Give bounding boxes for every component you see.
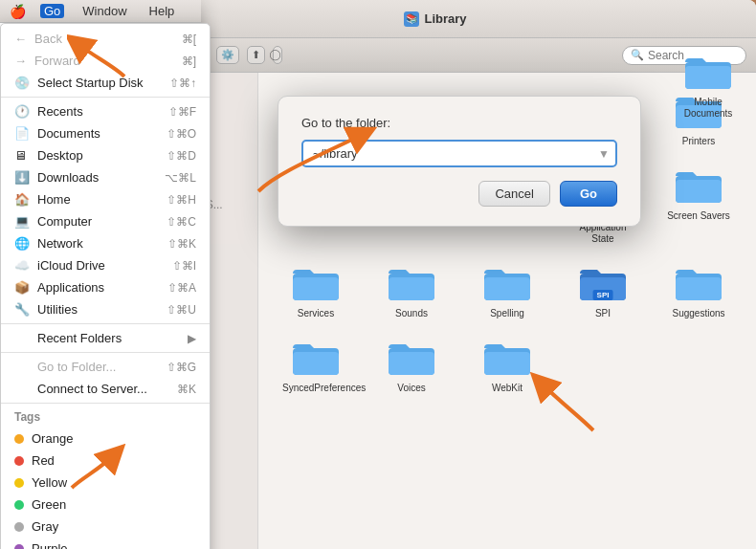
menu-item-label: Orange xyxy=(32,431,73,446)
menu-help[interactable]: Help xyxy=(145,4,179,18)
forward-icon: → xyxy=(14,54,27,68)
finder-titlebar: 📚 Library xyxy=(115,0,756,38)
home-icon: 🏠 xyxy=(14,192,30,207)
menu-tag-green[interactable]: Green xyxy=(1,494,210,516)
menu-item-label: Home xyxy=(37,192,71,207)
menu-tag-gray[interactable]: Gray xyxy=(1,516,210,538)
menu-item-label: Green xyxy=(32,497,66,512)
menu-back[interactable]: ← Back ⌘[ xyxy=(1,28,210,50)
menu-item-label: Yellow xyxy=(32,475,67,490)
menu-item-label: Recents xyxy=(37,104,83,119)
back-icon: ← xyxy=(14,32,27,46)
menu-documents[interactable]: 📄 Documents ⇧⌘O xyxy=(1,122,210,144)
submenu-arrow: ▶ xyxy=(188,332,196,345)
menu-item-label: Select Startup Disk xyxy=(37,76,144,90)
orange-dot xyxy=(14,434,24,444)
recents-icon: 🕐 xyxy=(14,104,30,119)
menu-item-label: Network xyxy=(37,236,83,251)
menubar-top: 🍎 Go Window Help xyxy=(0,0,201,23)
separator-1 xyxy=(1,97,210,98)
shortcut-forward: ⌘] xyxy=(182,55,196,68)
menu-applications[interactable]: 📦 Applications ⇧⌘A xyxy=(1,276,210,298)
menu-tag-purple[interactable]: Purple xyxy=(1,538,210,549)
goto-folder-dialog: Go to the folder: ▼ Cancel Go xyxy=(278,96,641,227)
menu-item-label: Connect to Server... xyxy=(37,382,147,396)
menu-utilities[interactable]: 🔧 Utilities ⇧⌘U xyxy=(1,298,210,320)
window-title: 📚 Library xyxy=(404,11,466,27)
menu-item-label: Back xyxy=(34,32,62,46)
library-icon: 📚 xyxy=(404,11,419,27)
shortcut-home: ⇧⌘H xyxy=(167,193,196,207)
shortcut-startup: ⇧⌘↑ xyxy=(169,77,196,90)
yellow-dot xyxy=(14,478,24,488)
menu-item-label: Desktop xyxy=(37,148,83,163)
menu-tag-red[interactable]: Red xyxy=(1,450,210,472)
shortcut-computer: ⇧⌘C xyxy=(167,215,196,229)
menu-downloads[interactable]: ⬇️ Downloads ⌥⌘L xyxy=(1,166,210,188)
menu-goto-folder[interactable]: Go to Folder... ⇧⌘G xyxy=(1,356,210,378)
shortcut-server: ⌘K xyxy=(177,383,196,396)
menu-item-label: Red xyxy=(32,453,55,468)
menu-item-label: Forward xyxy=(34,54,80,68)
shortcut-goto: ⇧⌘G xyxy=(167,361,196,374)
red-dot xyxy=(14,456,24,466)
menu-go[interactable]: Go xyxy=(40,4,64,18)
menu-recents[interactable]: 🕐 Recents ⇧⌘F xyxy=(1,100,210,122)
network-icon: 🌐 xyxy=(14,236,30,251)
menu-item-label: iCloud Drive xyxy=(37,258,105,273)
shortcut-downloads: ⌥⌘L xyxy=(165,171,196,185)
downloads-icon: ⬇️ xyxy=(14,170,30,185)
menu-tag-yellow[interactable]: Yellow xyxy=(1,472,210,494)
apple-logo[interactable]: 🍎 xyxy=(10,4,26,19)
disk-icon: 💿 xyxy=(14,76,30,90)
shortcut-icloud: ⇧⌘I xyxy=(172,259,196,273)
shortcut-utils: ⇧⌘U xyxy=(167,303,196,317)
shortcut-docs: ⇧⌘O xyxy=(167,127,196,141)
menu-network[interactable]: 🌐 Network ⇧⌘K xyxy=(1,232,210,254)
menu-dropdown: ← Back ⌘[ → Forward ⌘] 💿 Select Startup … xyxy=(0,23,211,549)
menu-item-label: Recent Folders xyxy=(37,331,122,345)
documents-icon: 📄 xyxy=(14,126,30,141)
menu-item-label: Downloads xyxy=(37,170,99,185)
gray-dot xyxy=(14,522,24,532)
shortcut-network: ⇧⌘K xyxy=(167,237,196,251)
folder-path-input[interactable] xyxy=(301,140,617,167)
menu-recent-folders[interactable]: Recent Folders ▶ xyxy=(1,327,210,349)
icloud-icon: ☁️ xyxy=(14,258,30,273)
menu-window[interactable]: Window xyxy=(78,4,130,18)
dialog-title: Go to the folder: xyxy=(301,116,617,130)
shortcut-back: ⌘[ xyxy=(182,33,196,46)
dropdown-arrow-icon: ▼ xyxy=(598,147,610,161)
utilities-icon: 🔧 xyxy=(14,302,30,317)
menu-connect-server[interactable]: Connect to Server... ⌘K xyxy=(1,378,210,400)
purple-dot xyxy=(14,544,24,550)
menubar: 🍎 Go Window Help ← Back ⌘[ → Forward ⌘] … xyxy=(0,0,201,549)
menu-select-startup[interactable]: 💿 Select Startup Disk ⇧⌘↑ xyxy=(1,72,210,94)
dialog-overlay: Go to the folder: ▼ Cancel Go xyxy=(172,57,746,511)
computer-icon: 💻 xyxy=(14,214,30,229)
menu-item-label: Gray xyxy=(32,519,58,534)
shortcut-recents: ⇧⌘F xyxy=(168,105,196,119)
separator-tags xyxy=(1,403,210,404)
green-dot xyxy=(14,500,24,510)
shortcut-desktop: ⇧⌘D xyxy=(167,149,196,163)
separator-2 xyxy=(1,323,210,324)
dialog-buttons: Cancel Go xyxy=(301,181,617,207)
go-button[interactable]: Go xyxy=(560,181,617,207)
menu-item-label: Purple xyxy=(32,541,68,549)
menu-tag-orange[interactable]: Orange xyxy=(1,428,210,450)
menu-computer[interactable]: 💻 Computer ⇧⌘C xyxy=(1,210,210,232)
menu-item-label: Documents xyxy=(37,126,100,141)
menu-item-label: Applications xyxy=(37,280,104,295)
desktop-icon: 🖥 xyxy=(14,148,30,163)
menu-item-label: Computer xyxy=(37,214,92,229)
menu-item-label: Go to Folder... xyxy=(37,360,116,374)
menu-desktop[interactable]: 🖥 Desktop ⇧⌘D xyxy=(1,144,210,166)
dialog-input-wrapper: ▼ xyxy=(301,140,617,167)
applications-icon: 📦 xyxy=(14,280,30,295)
menu-forward[interactable]: → Forward ⌘] xyxy=(1,50,210,72)
menu-home[interactable]: 🏠 Home ⇧⌘H xyxy=(1,188,210,210)
menu-icloud[interactable]: ☁️ iCloud Drive ⇧⌘I xyxy=(1,254,210,276)
cancel-button[interactable]: Cancel xyxy=(478,181,549,207)
separator-3 xyxy=(1,352,210,353)
